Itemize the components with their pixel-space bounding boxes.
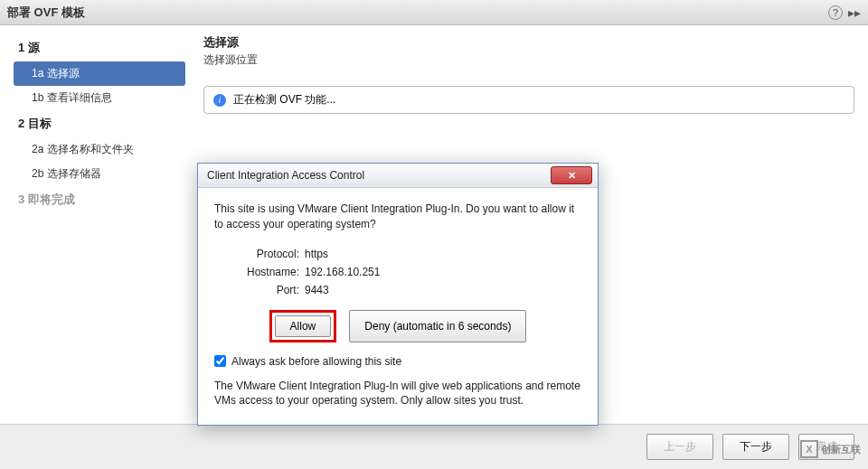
protocol-label: Protocol: [232,248,305,260]
access-control-dialog: Client Integration Access Control ✕ This… [197,163,599,426]
protocol-row: Protocol: https [232,245,581,263]
back-button: 上一步 [646,434,713,460]
detect-bar: i 正在检测 OVF 功能... [203,86,854,114]
allow-highlight: Allow [269,310,337,342]
always-ask-checkbox[interactable] [214,355,226,367]
deny-button[interactable]: Deny (automatic in 6 seconds) [349,310,526,342]
step-2a-name-folder[interactable]: 2a 选择名称和文件夹 [14,137,185,162]
close-icon: ✕ [568,170,576,182]
step-2-destination[interactable]: 2 目标 [14,110,185,137]
step-1-source[interactable]: 1 源 [14,34,185,61]
watermark-icon: X [800,440,818,458]
port-label: Port: [232,284,305,296]
next-button[interactable]: 下一步 [722,434,789,460]
step-2b-storage[interactable]: 2b 选择存储器 [14,162,185,186]
panel-subtitle: 选择源位置 [203,52,854,68]
always-ask-label: Always ask before allowing this site [231,355,401,368]
wizard-footer: 上一步 下一步 完成 X 创新互联 [0,424,868,469]
watermark: X 创新互联 [800,440,861,458]
connection-details: Protocol: https Hostname: 192.168.10.251… [232,245,581,299]
title-bar: 部署 OVF 模板 ? ▸▸ [0,0,868,25]
dialog-footer-text: The VMware Client Integration Plug-In wi… [214,379,581,409]
title-icons: ? ▸▸ [828,5,861,20]
panel-title: 选择源 [203,34,854,51]
help-icon[interactable]: ? [828,5,843,20]
hostname-row: Hostname: 192.168.10.251 [232,263,581,281]
dialog-title: Client Integration Access Control [207,169,364,182]
step-1b-review-details[interactable]: 1b 查看详细信息 [14,86,185,110]
detect-text: 正在检测 OVF 功能... [233,92,335,108]
dialog-buttons: Allow Deny (automatic in 6 seconds) [214,310,581,342]
protocol-value: https [305,248,328,260]
expand-icon[interactable]: ▸▸ [848,5,861,20]
hostname-label: Hostname: [232,266,305,278]
dialog-title-bar: Client Integration Access Control ✕ [198,164,598,188]
dialog-prompt: This site is using VMware Client Integra… [214,202,581,232]
always-ask-row: Always ask before allowing this site [214,355,581,368]
info-icon: i [213,94,226,107]
step-1a-select-source[interactable]: 1a 选择源 [14,61,185,86]
window-title: 部署 OVF 模板 [7,5,85,21]
watermark-text: 创新互联 [821,443,861,456]
port-value: 9443 [305,284,329,296]
dialog-body: This site is using VMware Client Integra… [198,188,598,425]
step-3-ready: 3 即将完成 [14,186,185,213]
close-button[interactable]: ✕ [551,166,592,184]
hostname-value: 192.168.10.251 [305,266,380,278]
allow-button[interactable]: Allow [275,315,332,337]
port-row: Port: 9443 [232,281,581,299]
wizard-sidebar: 1 源 1a 选择源 1b 查看详细信息 2 目标 2a 选择名称和文件夹 2b… [0,25,190,424]
